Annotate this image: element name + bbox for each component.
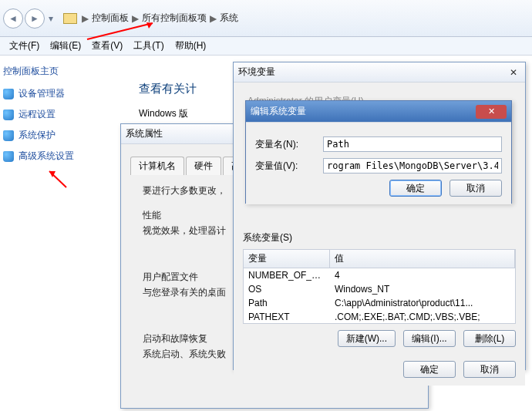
menu-tools[interactable]: 工具(T)	[133, 39, 163, 52]
envwin-title: 环境变量	[238, 66, 275, 79]
breadcrumb-c[interactable]: 系统	[220, 12, 238, 25]
tab-computer-name[interactable]: 计算机名	[130, 157, 184, 175]
shield-icon	[3, 109, 14, 120]
envwin-ok-button[interactable]: 确定	[403, 361, 456, 378]
windows-edition-label: Windows 版	[139, 107, 197, 120]
var-name-input[interactable]	[323, 136, 502, 152]
menu-view[interactable]: 查看(V)	[92, 39, 123, 52]
device-manager-link[interactable]: 设备管理器	[19, 87, 65, 100]
breadcrumb-b[interactable]: 所有控制面板项	[142, 12, 207, 25]
close-icon[interactable]: ✕	[476, 105, 507, 119]
advanced-system-link[interactable]: 高级系统设置	[19, 150, 74, 163]
editwin-title: 编辑系统变量	[251, 105, 306, 118]
col-value[interactable]: 值	[330, 250, 515, 268]
breadcrumb[interactable]: ▶ 控制面板 ▶ 所有控制面板项 ▶ 系统	[80, 12, 238, 25]
editwin-cancel-button[interactable]: 取消	[450, 180, 502, 197]
shield-icon	[3, 151, 14, 162]
editwin-ok-button[interactable]: 确定	[389, 180, 442, 197]
menu-edit[interactable]: 编辑(E)	[50, 39, 81, 52]
nav-fwd-button[interactable]: ►	[25, 8, 45, 29]
system-protection-link[interactable]: 系统保护	[19, 129, 56, 142]
table-row: NUMBER_OF_PR...4	[244, 268, 515, 282]
table-row: PathC:\app\Administrator\product\11...	[244, 296, 515, 310]
menu-help[interactable]: 帮助(H)	[175, 39, 207, 52]
breadcrumb-sep: ▶	[82, 13, 89, 24]
close-icon[interactable]: ✕	[507, 66, 520, 79]
nav-back-button[interactable]: ◄	[3, 8, 23, 29]
edit-system-var-dialog: 编辑系统变量 ✕ 变量名(N): 变量值(V): 确定 取消	[245, 100, 512, 204]
page-title: 查看有关计	[139, 82, 197, 96]
menu-file[interactable]: 文件(F)	[9, 39, 39, 52]
edit-var-button[interactable]: 编辑(I)...	[403, 330, 456, 347]
shield-icon	[3, 89, 14, 99]
table-row: PATHEXT.COM;.EXE;.BAT;.CMD;.VBS;.VBE;	[244, 310, 515, 324]
svg-marker-3	[49, 171, 56, 177]
col-variable[interactable]: 变量	[244, 250, 330, 268]
envwin-cancel-button[interactable]: 取消	[463, 361, 516, 378]
var-name-label: 变量名(N):	[255, 138, 315, 151]
var-value-label: 变量值(V):	[255, 160, 315, 173]
shield-icon	[3, 130, 14, 141]
breadcrumb-a[interactable]: 控制面板	[92, 12, 129, 25]
tab-hardware[interactable]: 硬件	[186, 157, 221, 175]
sysprops-title: 系统属性	[126, 127, 163, 140]
folder-icon	[63, 13, 77, 24]
svg-line-2	[49, 171, 66, 187]
nav-history-dropdown[interactable]: ▾	[46, 8, 56, 29]
system-vars-heading: 系统变量(S)	[243, 231, 516, 244]
remote-settings-link[interactable]: 远程设置	[19, 108, 56, 121]
delete-var-button[interactable]: 删除(L)	[463, 330, 516, 347]
annotation-arrow	[43, 168, 74, 191]
cp-home-link[interactable]: 控制面板主页	[3, 65, 111, 78]
new-var-button[interactable]: 新建(W)...	[338, 330, 396, 347]
table-row: OSWindows_NT	[244, 282, 515, 296]
var-value-input[interactable]	[323, 158, 502, 173]
system-vars-list[interactable]: NUMBER_OF_PR...4 OSWindows_NT PathC:\app…	[243, 268, 516, 324]
